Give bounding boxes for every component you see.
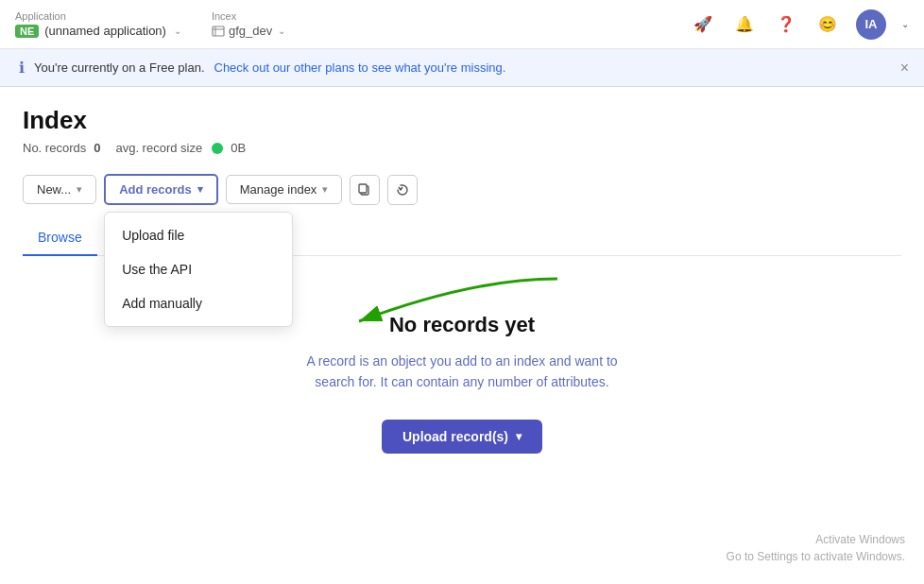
- new-chevron-icon: ▾: [77, 183, 82, 196]
- banner-text: You're currently on a Free plan.: [34, 60, 205, 75]
- refresh-icon: [396, 183, 409, 197]
- help-icon[interactable]: ❓: [773, 11, 799, 38]
- avatar[interactable]: IA: [856, 9, 886, 40]
- add-records-button[interactable]: Add records ▾: [104, 174, 218, 205]
- add-records-menu: Upload file Use the API Add manually: [104, 212, 293, 327]
- svg-rect-0: [213, 26, 224, 36]
- svg-rect-4: [359, 184, 367, 193]
- rocket-icon[interactable]: 🚀: [690, 11, 716, 38]
- avatar-chevron-icon[interactable]: ⌄: [901, 19, 909, 29]
- banner-link[interactable]: Check out our other plans to see what yo…: [214, 60, 506, 75]
- add-manually-option[interactable]: Add manually: [105, 286, 292, 320]
- banner-close-button[interactable]: ×: [900, 60, 909, 77]
- add-records-chevron-icon: ▾: [197, 183, 203, 196]
- meta-avg-value: 0B: [231, 141, 246, 155]
- empty-title: No records yet: [389, 313, 535, 337]
- app-chevron-icon[interactable]: ⌄: [174, 26, 181, 36]
- index-value: gfg_dev ⌄: [212, 24, 285, 38]
- meta-avg: avg. record size 0B: [115, 141, 246, 155]
- manage-index-button[interactable]: Manage index ▾: [226, 175, 343, 204]
- copy-icon: [358, 183, 371, 197]
- index-section: Incex gfg_dev ⌄: [212, 10, 285, 38]
- index-name: gfg_dev: [229, 24, 272, 38]
- new-label: New...: [37, 182, 71, 197]
- upload-file-option[interactable]: Upload file: [105, 218, 292, 252]
- topnav-left: Application NE (unnamed application) ⌄ I…: [15, 10, 285, 38]
- green-dot-icon: [212, 143, 223, 154]
- page-title: Index: [23, 106, 901, 135]
- upload-chevron-icon: ▾: [516, 430, 522, 443]
- meta-avg-label: avg. record size: [115, 141, 202, 155]
- copy-button[interactable]: [350, 175, 380, 205]
- upload-records-button[interactable]: Upload record(s) ▾: [382, 420, 542, 454]
- manage-chevron-icon: ▾: [322, 183, 328, 196]
- use-api-option[interactable]: Use the API: [105, 252, 292, 286]
- empty-description: A record is an object you add to an inde…: [301, 351, 623, 393]
- app-name: (unnamed application): [44, 24, 166, 38]
- new-button[interactable]: New... ▾: [23, 175, 96, 204]
- tab-browse[interactable]: Browse: [23, 220, 97, 256]
- app-label: Application: [15, 10, 181, 22]
- add-records-label: Add records: [119, 182, 192, 197]
- meta-records-value: 0: [94, 141, 100, 155]
- bell-icon[interactable]: 🔔: [731, 11, 758, 38]
- meta-records-label: No. records: [23, 141, 86, 155]
- app-badge: NE: [15, 25, 39, 38]
- page-meta: No. records 0 avg. record size 0B: [23, 141, 901, 155]
- topnav: Application NE (unnamed application) ⌄ I…: [0, 0, 924, 49]
- app-value: NE (unnamed application) ⌄: [15, 24, 181, 38]
- free-plan-banner: ℹ You're currently on a Free plan. Check…: [0, 49, 924, 87]
- upload-records-label: Upload record(s): [402, 429, 508, 444]
- main-content: Index No. records 0 avg. record size 0B …: [0, 87, 924, 510]
- index-icon: [212, 25, 225, 38]
- emoji-icon[interactable]: 😊: [814, 11, 841, 38]
- info-icon: ℹ: [19, 59, 25, 77]
- add-records-dropdown-wrapper: Add records ▾ Upload file Use the API Ad…: [104, 174, 218, 205]
- refresh-button[interactable]: [387, 175, 418, 205]
- app-section: Application NE (unnamed application) ⌄: [15, 10, 181, 38]
- toolbar: New... ▾ Add records ▾ Upload file Use t…: [23, 174, 901, 205]
- manage-index-label: Manage index: [240, 182, 317, 197]
- index-label: Incex: [212, 10, 285, 22]
- topnav-right: 🚀 🔔 ❓ 😊 IA ⌄: [690, 9, 909, 40]
- meta-records: No. records 0: [23, 141, 100, 155]
- index-chevron-icon[interactable]: ⌄: [278, 26, 285, 36]
